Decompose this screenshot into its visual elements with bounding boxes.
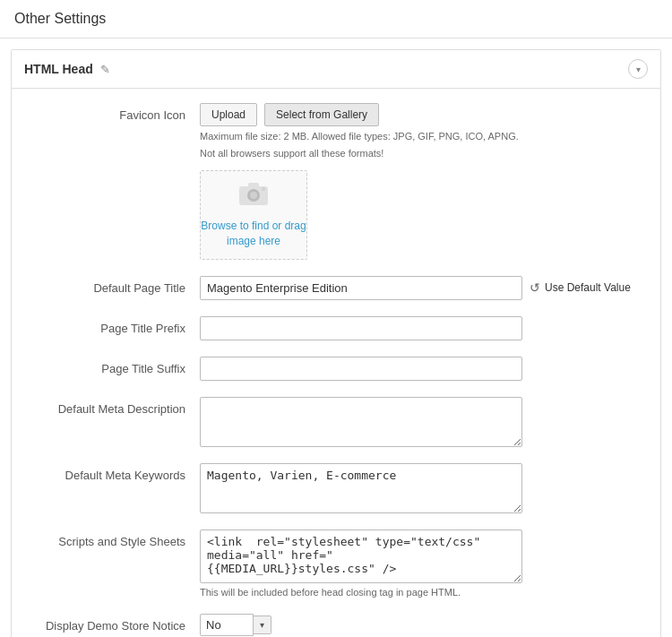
html-head-section: HTML Head ✎ ▾ Favicon Icon Upload Select… — [11, 49, 661, 637]
page-title-suffix-label: Page Title Suffix — [30, 357, 200, 375]
display-demo-select[interactable]: No Yes — [200, 614, 254, 636]
default-page-title-input-row: ↺ Use Default Value — [200, 276, 642, 300]
edit-icon[interactable]: ✎ — [100, 63, 110, 76]
scripts-stylesheets-hint: This will be included before head closin… — [200, 587, 642, 598]
upload-button[interactable]: Upload — [200, 103, 257, 126]
page-container: Other Settings HTML Head ✎ ▾ Favicon Ico… — [0, 0, 672, 637]
default-meta-description-row: Default Meta Description — [30, 397, 642, 447]
default-page-title-label: Default Page Title — [30, 276, 200, 295]
default-meta-keywords-label: Default Meta Keywords — [30, 463, 200, 482]
svg-point-4 — [262, 187, 265, 191]
page-title-suffix-row: Page Title Suffix — [30, 357, 642, 381]
chevron-down-icon: ▾ — [636, 65, 641, 74]
arrow-rotate-icon: ↺ — [530, 280, 540, 295]
page-title-bar: Other Settings — [0, 0, 672, 39]
page-title-prefix-field — [200, 316, 642, 340]
page-title: Other Settings — [14, 11, 658, 27]
svg-point-2 — [250, 192, 257, 199]
select-gallery-button[interactable]: Select from Gallery — [264, 103, 379, 126]
display-demo-row: Display Demo Store Notice No Yes ▾ — [30, 614, 642, 636]
favicon-field: Upload Select from Gallery Maximum file … — [200, 103, 642, 260]
section-header-left: HTML Head ✎ — [24, 62, 110, 76]
use-default-value-btn[interactable]: ↺ Use Default Value — [530, 280, 631, 295]
scripts-stylesheets-field: This will be included before head closin… — [200, 529, 642, 598]
display-demo-select-wrapper: No Yes ▾ — [200, 614, 642, 636]
page-title-prefix-row: Page Title Prefix — [30, 316, 642, 340]
favicon-hint1: Maximum file size: 2 MB. Allowed file ty… — [200, 130, 642, 143]
default-meta-keywords-field — [200, 463, 642, 513]
scripts-stylesheets-input[interactable] — [200, 529, 522, 583]
default-page-title-row: Default Page Title ↺ Use Default Value — [30, 276, 642, 300]
page-title-prefix-input[interactable] — [200, 316, 522, 340]
scripts-stylesheets-row: Scripts and Style Sheets This will be in… — [30, 529, 642, 598]
svg-rect-3 — [248, 183, 259, 187]
collapse-icon[interactable]: ▾ — [628, 59, 648, 79]
section-header: HTML Head ✎ ▾ — [12, 50, 660, 89]
favicon-row: Favicon Icon Upload Select from Gallery … — [30, 103, 642, 260]
default-meta-description-input[interactable] — [200, 397, 522, 447]
default-page-title-input[interactable] — [200, 276, 522, 300]
favicon-buttons: Upload Select from Gallery — [200, 103, 642, 126]
use-default-label: Use Default Value — [545, 281, 631, 294]
page-title-suffix-field — [200, 357, 642, 381]
default-meta-keywords-input[interactable] — [200, 463, 522, 513]
browse-link: Browse to find or drag image here — [201, 219, 306, 249]
scripts-stylesheets-label: Scripts and Style Sheets — [30, 529, 200, 548]
select-dropdown-btn[interactable]: ▾ — [254, 615, 271, 634]
default-meta-description-field — [200, 397, 642, 447]
favicon-label: Favicon Icon — [30, 103, 200, 122]
default-meta-keywords-row: Default Meta Keywords — [30, 463, 642, 513]
default-page-title-field: ↺ Use Default Value — [200, 276, 642, 300]
display-demo-label: Display Demo Store Notice — [30, 614, 200, 633]
section-title: HTML Head — [24, 62, 93, 76]
page-title-prefix-label: Page Title Prefix — [30, 316, 200, 335]
page-title-suffix-input[interactable] — [200, 357, 522, 381]
image-upload-box[interactable]: Browse to find or drag image here — [200, 170, 307, 260]
section-body: Favicon Icon Upload Select from Gallery … — [12, 89, 660, 637]
default-meta-description-label: Default Meta Description — [30, 397, 200, 416]
camera-icon — [237, 180, 270, 213]
display-demo-field: No Yes ▾ — [200, 614, 642, 636]
favicon-hint2: Not all browsers support all these forma… — [200, 147, 642, 160]
